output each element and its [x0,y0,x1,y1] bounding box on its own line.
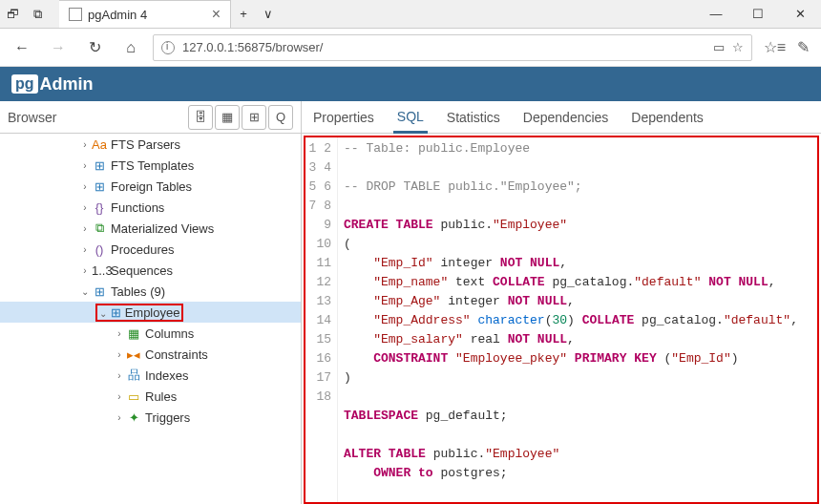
close-tab-icon[interactable]: × [212,6,221,23]
maximize-button[interactable]: ☐ [737,0,779,29]
app-header: pgAdmin [0,67,821,101]
restore-icon[interactable]: ⧉ [25,2,50,27]
home-button[interactable]: ⌂ [116,33,145,62]
close-window-button[interactable]: ✕ [779,0,821,29]
new-tab-button[interactable]: + [231,2,256,27]
refresh-button[interactable]: ↻ [80,33,109,62]
back-button[interactable]: ← [8,33,36,62]
detail-tabs: Properties SQL Statistics Dependencies D… [302,101,821,134]
url-input[interactable]: 127.0.0.1:56875/browser/ ▭ ☆ [153,34,752,61]
tab-dependencies[interactable]: Dependencies [519,102,613,132]
main-panel: Properties SQL Statistics Dependencies D… [302,101,821,504]
tree-item[interactable]: ›⊞Foreign Tables [0,176,301,197]
tree-item-employee[interactable]: ⌄ ⊞Employee [0,302,301,323]
tool-search-icon[interactable]: Q [268,105,293,130]
tree-item[interactable]: ›1..3Sequences [0,260,301,281]
browser-title: Browser [8,110,56,125]
tree-item[interactable]: ›▭Rules [0,386,301,407]
tree-item[interactable]: ›⧉Materialized Views [0,218,301,239]
minimize-button[interactable]: — [695,0,737,29]
tree-item[interactable]: ›✦Triggers [0,407,301,428]
tree-item[interactable]: ›()Procedures [0,239,301,260]
tab-properties[interactable]: Properties [309,102,378,132]
sql-code: -- Table: public.Employee -- DROP TABLE … [338,137,798,502]
info-icon[interactable] [161,41,175,54]
pg-logo: pg [11,74,38,94]
tree-item[interactable]: ⌄⊞Tables (9) [0,281,301,302]
tab-actions-button[interactable]: ∨ [256,2,281,27]
address-bar: ← → ↻ ⌂ 127.0.0.1:56875/browser/ ▭ ☆ ☆≡ … [0,29,821,67]
tool-grid-icon[interactable]: ▦ [215,105,240,130]
window-titlebar: 🗗 ⧉ pgAdmin 4 × + ∨ — ☐ ✕ [0,0,821,29]
tab-title: pgAdmin 4 [88,8,147,22]
sql-editor[interactable]: 1 2 3 4 5 6 7 8 9 10 11 12 13 14 15 16 1… [304,136,819,504]
cascade-icon[interactable]: 🗗 [0,2,25,27]
tree-item[interactable]: ›▸◂Constraints [0,344,301,365]
tab-dependents[interactable]: Dependents [627,102,707,132]
browser-tab-active[interactable]: pgAdmin 4 × [59,0,231,28]
forward-button[interactable]: → [44,33,73,62]
tree-item[interactable]: ›{}Functions [0,197,301,218]
tool-servers-icon[interactable]: 🗄 [188,105,213,130]
tree-item[interactable]: ›品Indexes [0,365,301,386]
tab-statistics[interactable]: Statistics [443,102,504,132]
page-icon [69,8,82,21]
tree-item[interactable]: ›AaFTS Parsers [0,134,301,155]
tree-item[interactable]: ›▦Columns [0,323,301,344]
object-browser: Browser 🗄 ▦ ⊞ Q ›AaFTS Parsers›⊞FTS Temp… [0,101,302,504]
tree-item[interactable]: ›⊞FTS Templates [0,155,301,176]
line-gutter: 1 2 3 4 5 6 7 8 9 10 11 12 13 14 15 16 1… [305,137,338,502]
reader-mode-icon[interactable]: ▭ [713,40,725,54]
star-icon[interactable]: ☆ [732,40,744,54]
tool-table-icon[interactable]: ⊞ [242,105,266,130]
favorites-icon[interactable]: ☆≡ [764,38,786,56]
url-text: 127.0.0.1:56875/browser/ [182,40,323,54]
app-name: Admin [40,74,94,94]
tab-sql[interactable]: SQL [393,101,428,134]
notes-icon[interactable]: ✎ [797,38,810,56]
